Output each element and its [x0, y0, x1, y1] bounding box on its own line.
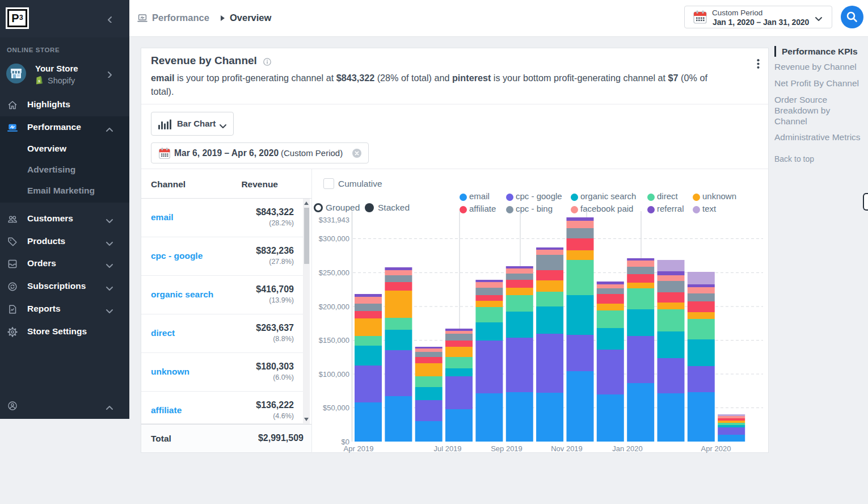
svg-text:s: s: [37, 78, 40, 83]
svg-text:$250,000: $250,000: [319, 268, 349, 277]
svg-text:$50,000: $50,000: [323, 404, 349, 412]
svg-text:Apr 2020: Apr 2020: [701, 444, 731, 453]
svg-text:Sep 2019: Sep 2019: [491, 444, 523, 453]
svg-text:Jan 2020: Jan 2020: [612, 444, 643, 453]
svg-text:Apr 2019: Apr 2019: [344, 444, 374, 453]
svg-text:Jul 2019: Jul 2019: [433, 444, 461, 453]
svg-text:$100,000: $100,000: [319, 370, 349, 379]
svg-text:$331,943: $331,943: [319, 216, 349, 224]
svg-text:$200,000: $200,000: [319, 303, 349, 311]
svg-text:Nov 2019: Nov 2019: [551, 444, 583, 453]
svg-text:$300,000: $300,000: [319, 234, 349, 243]
svg-text:$150,000: $150,000: [319, 336, 349, 345]
